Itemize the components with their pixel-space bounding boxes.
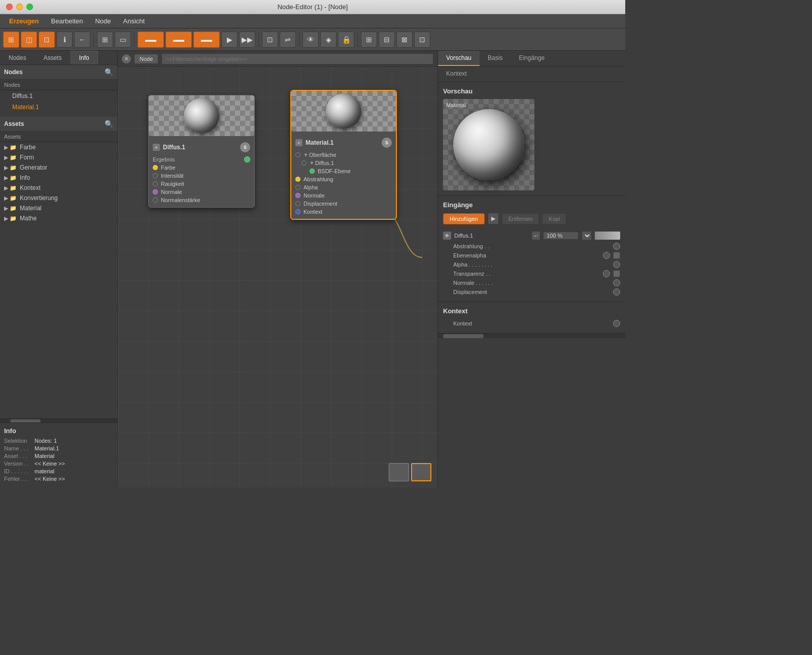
right-scroll-thumb[interactable] [443, 334, 484, 338]
material1-add-btn[interactable]: + [295, 139, 302, 146]
maximize-button[interactable] [26, 4, 33, 10]
tool-layout4[interactable]: ⊡ [414, 31, 430, 48]
tab-eingange[interactable]: Eingänge [511, 51, 553, 66]
tool-wide1[interactable]: ▬▬ [138, 31, 164, 48]
minimap-thumb2[interactable] [411, 463, 431, 481]
folder-icon-3: ▶ 📁 [4, 165, 17, 171]
folder-icon-2: ▶ 📁 [4, 154, 17, 161]
check-displacement[interactable] [613, 288, 620, 296]
diffus1-s-btn[interactable]: S [240, 142, 250, 152]
menu-ansicht[interactable]: Ansicht [118, 16, 150, 26]
tool-lock[interactable]: 🔒 [338, 31, 354, 48]
square-transparenz[interactable] [613, 270, 620, 277]
nodes-search-icon[interactable]: 🔍 [105, 68, 113, 76]
material1-dot-bsdf [310, 169, 315, 174]
preview-label: Material [446, 102, 466, 108]
canvas-node-btn[interactable]: Node [134, 54, 158, 64]
preview-sphere-container: Material [443, 99, 534, 190]
eing-eye-icon[interactable]: 👁 [443, 232, 451, 240]
asset-generator[interactable]: ▶ 📁 Generator [0, 162, 117, 173]
eing-arrow-btn[interactable]: ↩ [532, 232, 540, 240]
asset-form[interactable]: ▶ 📁 Form [0, 152, 117, 162]
tool-view2[interactable]: ⊡ [39, 31, 55, 48]
triangle-diffus1: ▼ [310, 160, 314, 166]
asset-mathe[interactable]: ▶ 📁 Mathe [0, 213, 117, 223]
add-button[interactable]: Hinzufügen [443, 213, 485, 224]
tool-play2[interactable]: ▶▶ [239, 31, 255, 48]
node-item-diffus1[interactable]: Diffus.1 [0, 90, 117, 102]
folder-icon-6: ▶ 📁 [4, 195, 17, 202]
assets-list-header: Assets [0, 132, 117, 142]
menu-bearbeiten[interactable]: Bearbeiten [46, 16, 88, 26]
right-tab-bar: Vorschau Basis Eingänge [438, 51, 625, 67]
asset-material[interactable]: ▶ 📁 Material [0, 203, 117, 213]
assets-scroll-thumb[interactable] [10, 419, 41, 422]
square-ebenenalpha[interactable] [613, 252, 620, 259]
tool-back[interactable]: ← [74, 31, 90, 48]
info-row-selektion: Selektion Nodes: 1 [4, 438, 113, 444]
asset-farbe[interactable]: ▶ 📁 Farbe [0, 142, 117, 152]
close-button[interactable] [6, 4, 13, 10]
node-diffus1[interactable]: + Diffus.1 S Ergebnis Farbe Intensität [148, 95, 255, 208]
tool-frame[interactable]: ⊡ [262, 31, 278, 48]
menu-erzeugen[interactable]: Erzeugen [4, 16, 44, 26]
eing-value-input[interactable] [543, 232, 579, 240]
check-kontext[interactable] [613, 320, 620, 327]
assets-search-icon[interactable]: 🔍 [105, 120, 113, 128]
sub-row-normale: Normale . . . . . . [443, 278, 620, 287]
tab-assets[interactable]: Assets [35, 51, 71, 64]
asset-konvertierung[interactable]: ▶ 📁 Konvertierung [0, 193, 117, 203]
tool-rect[interactable]: ▭ [115, 31, 131, 48]
check-abstrahlung[interactable] [613, 243, 620, 250]
tool-add-node[interactable]: ⊞ [3, 31, 19, 48]
tab-info[interactable]: Info [71, 51, 98, 64]
tool-info[interactable]: ℹ [56, 31, 73, 48]
tool-eye[interactable]: 👁 [302, 31, 319, 48]
check-transparenz[interactable] [603, 270, 610, 277]
diffus1-dot-normale [153, 189, 158, 194]
tool-wide2[interactable]: ▬▬ [165, 31, 192, 48]
remove-button[interactable]: Entfernen [502, 213, 539, 224]
tool-layout3[interactable]: ⊠ [396, 31, 413, 48]
diffus1-add-btn[interactable]: + [153, 144, 160, 151]
tool-view1[interactable]: ◫ [21, 31, 37, 48]
tool-layout1[interactable]: ⊞ [361, 31, 377, 48]
assets-scroll-h[interactable] [0, 418, 117, 422]
check-normale[interactable] [613, 279, 620, 286]
check-alpha[interactable] [613, 261, 620, 268]
preview-sphere [453, 109, 524, 180]
tab-kontext[interactable]: Kontext [438, 67, 475, 82]
asset-info[interactable]: ▶ 📁 Info [0, 173, 117, 183]
check-ebenenalpha[interactable] [603, 252, 610, 259]
material1-row-diffus1: ▼ Diffus.1 [291, 159, 396, 167]
eing-select[interactable]: ▼ [582, 231, 592, 240]
minimize-button[interactable] [16, 4, 23, 10]
copy-button[interactable]: Kopi [542, 213, 566, 224]
tool-tag[interactable]: ◈ [320, 31, 336, 48]
node-material1[interactable]: + Material.1 S ▼ Oberfläche ▼ Diffus.1 B… [290, 90, 397, 220]
node-item-material1[interactable]: Material.1 [0, 102, 117, 113]
tab-basis[interactable]: Basis [480, 51, 511, 66]
right-tab-bar2: Kontext [438, 67, 625, 82]
tool-play1[interactable]: ▶ [221, 31, 238, 48]
sub-row-displacement: Displacement [443, 287, 620, 297]
add-arrow-button[interactable]: ▶ [488, 213, 499, 224]
tool-layout2[interactable]: ⊟ [379, 31, 395, 48]
tool-wide3[interactable]: ▬▬ [193, 31, 220, 48]
tool-grid[interactable]: ⊞ [97, 31, 113, 48]
asset-kontext[interactable]: ▶ 📁 Kontext [0, 183, 117, 193]
kontext-row: Kontext [443, 319, 620, 328]
material1-s-btn[interactable]: S [382, 138, 392, 148]
canvas-filter-input[interactable] [161, 53, 433, 64]
right-scroll-bottom[interactable] [438, 333, 625, 338]
tab-vorschau[interactable]: Vorschau [438, 51, 480, 66]
minimap-thumb1[interactable] [389, 463, 409, 481]
tool-connect[interactable]: ⇌ [280, 31, 296, 48]
node-canvas[interactable]: + Diffus.1 S Ergebnis Farbe Intensität [118, 67, 437, 487]
node-diffus1-preview [149, 95, 254, 136]
sep3 [258, 32, 259, 47]
canvas-close-button[interactable]: ✕ [122, 54, 131, 63]
diffus1-result-dot [244, 156, 250, 162]
menu-node[interactable]: Node [90, 16, 116, 26]
tab-nodes[interactable]: Nodes [0, 51, 35, 64]
